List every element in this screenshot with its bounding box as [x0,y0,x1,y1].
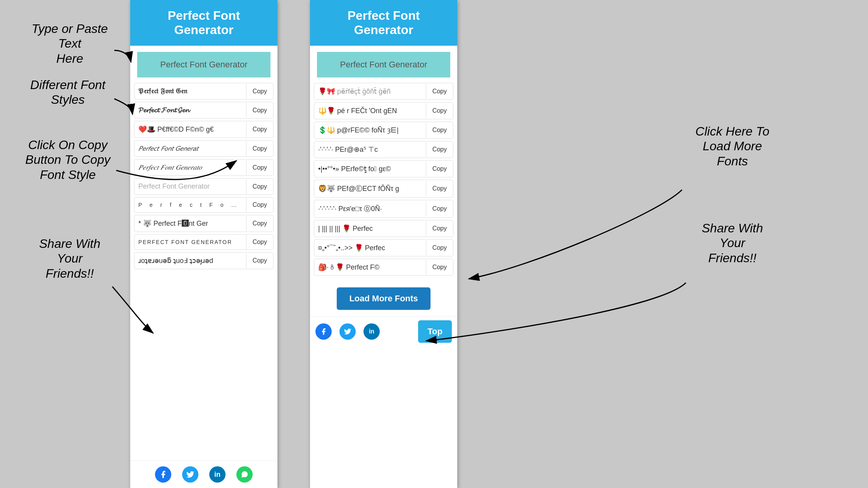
right-linkedin-share-button[interactable]: in [363,323,380,340]
copy-button-2[interactable]: Copy [246,103,273,118]
twitter-share-button[interactable] [182,466,198,483]
copy-button-4[interactable]: Copy [246,141,273,156]
table-row: •|••°°•» ΡΕrfe©ṯ fo᷊ gε© Copy [314,160,453,177]
left-text-input[interactable] [137,52,270,77]
facebook-share-button[interactable] [155,466,171,483]
annotation-share-left: Share WithYourFriends!! [23,236,116,281]
font-style-10: ɹoʇɐɹǝuǝƃ ʇuoℲ ʇɔǝɟɹǝd [134,253,246,269]
copy-button-7[interactable]: Copy [246,198,273,212]
linkedin-share-button[interactable]: in [209,466,226,483]
font-style-r2: 💲🔱 p@rFE©© foÑτ ȝ⋿| [314,122,426,138]
font-style-r9: 🎒·🕯🌹 Perfect F© [314,259,426,275]
annotation-share-right: Share WithYourFriends!! [678,221,787,265]
table-row: 💲🔱 p@rFE©© foÑτ ȝ⋿| Copy [314,122,453,139]
top-button[interactable]: Top [418,320,452,343]
copy-button-6[interactable]: Copy [246,179,273,194]
table-row: ·'·'·'·'· ΡΕr@⊕a⁵ ⊤c Copy [314,141,453,158]
copy-button-1[interactable]: Copy [246,84,273,99]
table-row: PERFECT FONT GENERATOR Copy [134,234,274,250]
right-text-input[interactable] [317,52,450,77]
table-row: ·'·'·'·'·'· Ρεя'е□τ ⓪0Ñ· Copy [314,200,453,218]
font-style-2: 𝓟𝓮𝓻𝓯𝓮𝓬𝓽 𝓕𝓸𝓷𝓽 𝓖𝓮𝓷 [134,102,246,118]
left-font-list: 𝔓𝔢𝔯𝔣𝔢𝔠𝔱 𝔉𝔬𝔫𝔱 𝔊𝔢𝔫 Copy 𝓟𝓮𝓻𝓯𝓮𝓬𝓽 𝓕𝓸𝓷𝓽 𝓖𝓮𝓷 C… [130,81,277,273]
copy-button-5[interactable]: Copy [246,160,273,175]
load-more-button[interactable]: Load More Fonts [337,287,430,310]
table-row: 𝓟𝓮𝓻𝓯𝓮𝓬𝓽 𝓕𝓸𝓷𝓽 𝓖𝓮𝓷 Copy [134,102,274,119]
font-style-9: PERFECT FONT GENERATOR [134,235,246,249]
copy-button-10[interactable]: Copy [246,253,273,268]
copy-button-9[interactable]: Copy [246,235,273,249]
right-bottom-bar: in Top [310,316,457,347]
font-style-r0: 🌹🎀 pẽṙfẽçṫ ģõñẗ ģẽñ [314,83,426,100]
copy-button-r0[interactable]: Copy [426,84,453,99]
copy-button-r2[interactable]: Copy [426,123,453,137]
copy-button-r5[interactable]: Copy [426,181,453,196]
table-row: * 🐺 Perfect F🅾nt Ger Copy [134,215,274,232]
table-row: 🌹🎀 pẽṙfẽçṫ ģõñẗ ģẽñ Copy [314,83,453,100]
font-style-6: Perfect Font Generator [134,179,246,194]
left-panel-header: Perfect Font Generator [130,0,277,46]
right-phone-panel: Perfect Font Generator 🌹🎀 pẽṙfẽçṫ ģõñẗ ģ… [310,0,457,488]
font-style-r6: ·'·'·'·'·'· Ρεя'е□τ ⓪0Ñ· [314,200,426,217]
annotation-copy: Click On CopyButton To CopyFont Style [16,137,120,182]
whatsapp-share-button[interactable] [236,466,253,483]
table-row: Perfect Font Generator Copy [134,178,274,195]
table-row: ɹoʇɐɹǝuǝƃ ʇuoℲ ʇɔǝɟɹǝd Copy [134,252,274,269]
annotation-fonts: Different FontStyles [19,77,116,107]
copy-button-r6[interactable]: Copy [426,201,453,216]
font-style-r4: •|••°°•» ΡΕrfe©ṯ fo᷊ gε© [314,161,426,177]
right-facebook-share-button[interactable] [315,323,332,340]
font-style-r8: ¤„•°¯ˆ„•..>> 🌹 Perfec [314,240,426,256]
copy-button-r9[interactable]: Copy [426,260,453,275]
copy-button-3[interactable]: Copy [246,122,273,137]
font-style-5: 𝑃𝑒𝑟𝑓𝑒𝑐𝑡 𝐹𝑜𝑛𝑡 𝐺𝑒𝑛𝑒𝑟𝑎𝑡𝑜 [134,160,246,175]
font-style-1: 𝔓𝔢𝔯𝔣𝔢𝔠𝔱 𝔉𝔬𝔫𝔱 𝔊𝔢𝔫 [134,83,246,99]
copy-button-8[interactable]: Copy [246,216,273,231]
table-row: ¤„•°¯ˆ„•..>> 🌹 Perfec Copy [314,239,453,256]
font-style-7: P e r f e c t F o n t [134,198,246,212]
left-share-bar: in [130,461,277,488]
table-row: 𝔓𝔢𝔯𝔣𝔢𝔠𝔱 𝔉𝔬𝔫𝔱 𝔊𝔢𝔫 Copy [134,83,274,100]
left-phone-panel: Perfect Font Generator 𝔓𝔢𝔯𝔣𝔢𝔠𝔱 𝔉𝔬𝔫𝔱 𝔊𝔢𝔫 … [130,0,277,488]
font-style-4: 𝘗𝘦𝘳𝘧𝘦𝘤𝘵 𝘍𝘰𝘯𝘵 𝘎𝘦𝘯𝘦𝘳𝘢𝘵 [134,141,246,156]
table-row: P e r f e c t F o n t Copy [134,197,274,213]
table-row: 🔱🌹 pé r FEČt 'Ont gEN Copy [314,102,453,119]
copy-button-r3[interactable]: Copy [426,142,453,157]
font-style-r1: 🔱🌹 pé r FEČt 'Ont gEN [314,103,426,119]
annotation-type: Type or Paste TextHere [19,21,120,66]
font-style-r3: ·'·'·'·'· ΡΕr@⊕a⁵ ⊤c [314,141,426,158]
table-row: 𝑃𝑒𝑟𝑓𝑒𝑐𝑡 𝐹𝑜𝑛𝑡 𝐺𝑒𝑛𝑒𝑟𝑎𝑡𝑜 Copy [134,159,274,176]
right-share-icons: in [315,323,380,340]
table-row: ❤️🎩 P€ff€©D F©n© g€ Copy [134,121,274,138]
copy-button-r8[interactable]: Copy [426,241,453,255]
right-twitter-share-button[interactable] [339,323,356,340]
font-style-r5: 🦁🐺 ΡΕf@ⒺECT fÔÑτ g [314,180,426,197]
font-style-r7: | ||| || ||| 🌹 Perfec [314,220,426,237]
font-style-3: ❤️🎩 P€ff€©D F©n© g€ [134,121,246,137]
annotation-load-more: Click Here ToLoad MoreFonts [678,124,787,168]
font-style-8: * 🐺 Perfect F🅾nt Ger [134,215,246,232]
copy-button-r4[interactable]: Copy [426,162,453,176]
table-row: | ||| || ||| 🌹 Perfec Copy [314,220,453,237]
right-font-list: 🌹🎀 pẽṙfẽçṫ ģõñẗ ģẽñ Copy 🔱🌹 pé r FEČt 'O… [310,81,457,280]
copy-button-r1[interactable]: Copy [426,103,453,118]
right-panel-header: Perfect Font Generator [310,0,457,46]
table-row: 🎒·🕯🌹 Perfect F© Copy [314,259,453,276]
copy-button-r7[interactable]: Copy [426,221,453,236]
table-row: 🦁🐺 ΡΕf@ⒺECT fÔÑτ g Copy [314,180,453,198]
table-row: 𝘗𝘦𝘳𝘧𝘦𝘤𝘵 𝘍𝘰𝘯𝘵 𝘎𝘦𝘯𝘦𝘳𝘢𝘵 Copy [134,140,274,157]
